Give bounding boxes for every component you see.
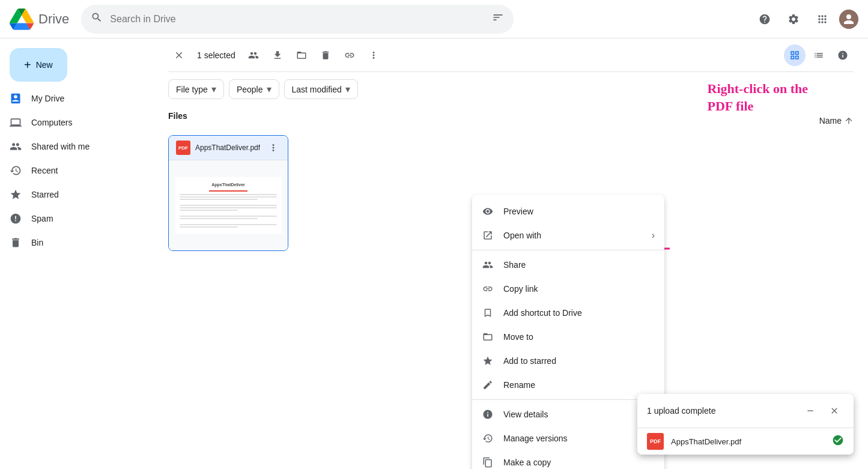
settings-button[interactable]: [782, 7, 806, 31]
toast-file-item: PDF AppsThatDeliver.pdf: [637, 428, 854, 455]
menu-item-rename[interactable]: Rename: [472, 373, 664, 397]
add-to-starred-menu-icon: [482, 355, 494, 367]
deselect-button[interactable]: [168, 44, 190, 66]
file-card-more-button[interactable]: [266, 141, 281, 155]
apps-button[interactable]: [810, 7, 834, 31]
logo-area[interactable]: Drive: [10, 7, 69, 31]
menu-item-move-to[interactable]: Move to: [472, 325, 664, 349]
toast-close-button[interactable]: [825, 401, 844, 420]
move-to-menu-icon: [482, 331, 494, 343]
file-type-chevron-icon: ▾: [211, 83, 216, 95]
spam-icon: [10, 213, 22, 225]
sidebar-item-computers[interactable]: Computers: [0, 110, 147, 135]
preview-text-7: [180, 216, 277, 217]
search-bar[interactable]: [81, 5, 514, 34]
drive-logo-icon: [10, 7, 34, 31]
menu-item-make-a-copy[interactable]: Make a copy: [472, 450, 664, 469]
search-filter-icon[interactable]: [492, 11, 504, 26]
menu-item-copy-link[interactable]: Copy link: [472, 277, 664, 301]
preview-red-line: [209, 190, 248, 192]
file-card-name: AppsThatDeliver.pdf: [195, 144, 260, 152]
starred-icon: [10, 189, 22, 201]
list-view-button[interactable]: [808, 44, 830, 66]
people-chevron-icon: ▾: [267, 83, 272, 95]
file-card-pdf[interactable]: PDF AppsThatDeliver.pdf AppsThatDeliver: [168, 135, 288, 251]
delete-toolbar-button[interactable]: [315, 44, 336, 66]
menu-item-manage-versions[interactable]: Manage versions: [472, 426, 664, 450]
file-card-preview: AppsThatDeliver: [169, 160, 288, 250]
sidebar-item-shared-with-me[interactable]: Shared with me: [0, 135, 147, 159]
sidebar-item-starred[interactable]: Starred: [0, 183, 147, 207]
recent-icon: [10, 165, 22, 177]
preview-text-4: [180, 205, 277, 206]
menu-divider-2: [472, 399, 664, 400]
get-link-toolbar-button[interactable]: [339, 44, 360, 66]
add-shortcut-menu-label: Add shortcut to Drive: [503, 308, 655, 318]
toast-title: 1 upload complete: [647, 406, 796, 416]
menu-divider-1: [472, 250, 664, 250]
selected-count: 1 selected: [197, 50, 235, 60]
sort-button[interactable]: Name: [819, 116, 854, 126]
preview-text-9: [180, 224, 277, 225]
avatar[interactable]: [839, 10, 858, 29]
people-filter[interactable]: People ▾: [229, 79, 279, 99]
sidebar-item-bin[interactable]: Bin: [0, 231, 147, 255]
file-card-header: PDF AppsThatDeliver.pdf: [169, 136, 288, 160]
sidebar-nav: My Drive Computers Shared with me: [0, 86, 154, 255]
menu-item-preview[interactable]: Preview: [472, 199, 664, 223]
toolbar: 1 selected: [168, 38, 854, 72]
open-with-menu-label: Open with: [503, 231, 642, 240]
sidebar-item-spam[interactable]: Spam: [0, 207, 147, 231]
preview-text-8: [180, 218, 258, 219]
last-modified-filter[interactable]: Last modified ▾: [284, 79, 358, 99]
preview-text-2: [180, 196, 277, 198]
preview-text-1: [180, 194, 277, 195]
context-menu: Preview Open with › Share: [472, 195, 664, 469]
toast-minimize-button[interactable]: [801, 401, 820, 420]
plus-icon: +: [24, 58, 31, 72]
info-view-button[interactable]: [832, 44, 854, 66]
grid-view-button[interactable]: [784, 44, 806, 66]
last-modified-filter-label: Last modified: [292, 85, 342, 94]
pdf-icon: PDF: [176, 141, 190, 155]
menu-item-add-to-starred[interactable]: Add to starred: [472, 349, 664, 373]
open-with-chevron-icon: ›: [652, 230, 655, 241]
preview-text-10: [180, 226, 238, 228]
more-toolbar-button[interactable]: [363, 44, 384, 66]
menu-item-open-with[interactable]: Open with ›: [472, 223, 664, 247]
menu-item-share[interactable]: Share: [472, 253, 664, 277]
copy-link-menu-label: Copy link: [503, 284, 655, 294]
new-button[interactable]: + New: [10, 48, 67, 82]
rename-menu-label: Rename: [503, 380, 655, 390]
sidebar-item-recent[interactable]: Recent: [0, 159, 147, 183]
rename-menu-icon: [482, 379, 494, 391]
copy-link-menu-icon: [482, 283, 494, 295]
toast-pdf-icon: PDF: [647, 433, 664, 450]
help-button[interactable]: [753, 7, 777, 31]
sidebar-item-my-drive[interactable]: My Drive: [0, 86, 147, 110]
search-icon: [91, 11, 103, 26]
computers-icon: [10, 116, 22, 129]
file-preview-doc: AppsThatDeliver: [175, 177, 282, 234]
move-to-toolbar-button[interactable]: [291, 44, 312, 66]
file-type-filter[interactable]: File type ▾: [168, 79, 224, 99]
download-toolbar-button[interactable]: [267, 44, 288, 66]
filter-bar: File type ▾ People ▾ Last modified ▾: [168, 72, 854, 106]
menu-item-view-details[interactable]: View details: [472, 402, 664, 426]
make-a-copy-menu-label: Make a copy: [503, 458, 655, 467]
toast-file-name: AppsThatDeliver.pdf: [671, 437, 825, 446]
search-input[interactable]: [110, 14, 485, 25]
menu-item-add-shortcut[interactable]: Add shortcut to Drive: [472, 301, 664, 325]
add-shortcut-menu-icon: [482, 307, 494, 319]
preview-text-5: [180, 207, 277, 208]
view-toggle: [784, 44, 854, 66]
preview-menu-icon: [482, 205, 494, 217]
add-to-starred-menu-label: Add to starred: [503, 356, 655, 366]
share-menu-icon: [482, 259, 494, 271]
share-toolbar-button[interactable]: [243, 44, 264, 66]
preview-text-3: [180, 199, 258, 200]
sidebar-item-label-starred: Starred: [31, 190, 59, 199]
share-menu-label: Share: [503, 260, 655, 270]
open-with-menu-icon: [482, 229, 494, 241]
bin-icon: [10, 237, 22, 249]
